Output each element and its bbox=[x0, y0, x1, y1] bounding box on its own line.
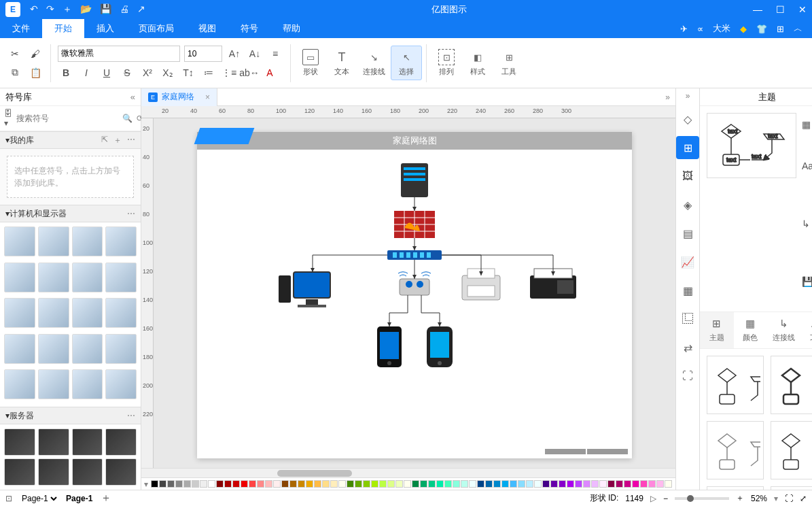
color-swatch[interactable] bbox=[591, 480, 599, 488]
fullscreen-icon[interactable]: ⤢ bbox=[800, 494, 807, 503]
color-swatch[interactable] bbox=[175, 480, 183, 488]
increase-font-icon[interactable]: A↑ bbox=[226, 46, 243, 62]
color-swatch[interactable] bbox=[420, 480, 427, 488]
color-swatch[interactable] bbox=[436, 480, 444, 488]
save-icon[interactable]: 💾 bbox=[100, 3, 111, 16]
rail-layers-icon[interactable]: ◈ bbox=[676, 193, 699, 216]
numbered-list-icon[interactable]: ≔ bbox=[200, 65, 217, 81]
color-swatch[interactable] bbox=[469, 480, 476, 488]
color-swatch[interactable] bbox=[583, 480, 590, 488]
open-icon[interactable]: 📂 bbox=[80, 3, 92, 16]
color-swatch[interactable] bbox=[232, 480, 240, 488]
canvas-page[interactable]: 家庭网络图 bbox=[197, 132, 632, 458]
shape-computer[interactable] bbox=[105, 263, 137, 292]
shape-computer[interactable] bbox=[4, 226, 35, 256]
connector-button[interactable]: ↘连接线 bbox=[357, 46, 391, 80]
color-swatch[interactable] bbox=[648, 480, 656, 488]
zoom-out-icon[interactable]: − bbox=[663, 494, 668, 503]
menu-insert[interactable]: 插入 bbox=[84, 19, 126, 38]
menu-page-layout[interactable]: 页面布局 bbox=[126, 19, 186, 38]
section-more-icon[interactable]: ⋯ bbox=[127, 411, 135, 420]
color-swatch[interactable] bbox=[387, 480, 395, 488]
page-list-icon[interactable]: ⊡ bbox=[5, 494, 12, 503]
theme-item[interactable] bbox=[771, 356, 812, 414]
computers-section-header[interactable]: ▾ 计算机和显示器 ⋯ bbox=[0, 205, 141, 222]
color-swatch[interactable] bbox=[379, 480, 387, 488]
page-selector[interactable]: Page-1 bbox=[19, 493, 59, 504]
underline-icon[interactable]: U bbox=[99, 65, 115, 81]
theme-tab-theme[interactable]: ⊞主题 bbox=[700, 312, 734, 348]
color-swatch[interactable] bbox=[461, 480, 468, 488]
color-swatch[interactable] bbox=[501, 480, 509, 488]
shape-computer[interactable] bbox=[72, 298, 103, 328]
new-icon[interactable]: ＋ bbox=[63, 3, 72, 16]
color-swatch[interactable] bbox=[534, 480, 542, 488]
shape-computer[interactable] bbox=[105, 369, 137, 399]
mylib-add-icon[interactable]: ＋ bbox=[113, 135, 122, 146]
search-icon[interactable]: 🔍 bbox=[122, 114, 133, 123]
decrease-font-icon[interactable]: A↓ bbox=[247, 46, 263, 62]
close-tab-icon[interactable]: × bbox=[205, 92, 210, 102]
arrange-button[interactable]: ⊡排列 bbox=[431, 46, 462, 80]
color-swatch[interactable] bbox=[632, 480, 639, 488]
theme-item[interactable] bbox=[707, 486, 764, 490]
mylib-section-header[interactable]: ▾ 我的库 ⇱＋⋯ bbox=[0, 131, 141, 149]
add-page-icon[interactable]: ＋ bbox=[101, 491, 111, 505]
mylib-export-icon[interactable]: ⇱ bbox=[101, 135, 108, 146]
paste-icon[interactable]: 📋 bbox=[27, 65, 43, 81]
shape-computer[interactable] bbox=[38, 334, 69, 364]
font-color-icon[interactable]: A bbox=[262, 65, 278, 81]
color-swatch[interactable] bbox=[526, 480, 533, 488]
shape-server[interactable] bbox=[105, 458, 137, 486]
shape-computer[interactable] bbox=[105, 298, 137, 328]
shape-computer[interactable] bbox=[72, 369, 103, 399]
servers-section-header[interactable]: ▾ 服务器 ⋯ bbox=[0, 407, 141, 424]
apps-grid-icon[interactable]: ⊞ bbox=[777, 24, 784, 34]
shape-computer[interactable] bbox=[105, 226, 137, 256]
color-swatch[interactable] bbox=[485, 480, 493, 488]
cut-icon[interactable]: ✂ bbox=[7, 46, 23, 62]
play-icon[interactable]: ▷ bbox=[650, 494, 656, 503]
user-name[interactable]: 大米 bbox=[713, 22, 730, 35]
color-swatch[interactable] bbox=[306, 480, 313, 488]
shape-button[interactable]: ▭形状 bbox=[295, 46, 326, 80]
palette-dropdown-icon[interactable]: ▾ bbox=[144, 479, 148, 489]
mylib-more-icon[interactable]: ⋯ bbox=[127, 135, 135, 146]
theme-tab-connector[interactable]: ↳连接线 bbox=[767, 312, 801, 348]
text-button[interactable]: T文本 bbox=[326, 46, 357, 80]
color-swatch[interactable] bbox=[656, 480, 664, 488]
undo-icon[interactable]: ↶ bbox=[30, 3, 38, 16]
section-more-icon[interactable]: ⋯ bbox=[127, 209, 135, 218]
library-picker-icon[interactable]: 🗄▾ bbox=[4, 109, 12, 128]
shape-server[interactable] bbox=[105, 428, 137, 456]
color-swatch[interactable] bbox=[575, 480, 582, 488]
color-swatch[interactable] bbox=[559, 480, 566, 488]
rail-chart-icon[interactable]: 📈 bbox=[676, 250, 699, 273]
minimize-icon[interactable]: — bbox=[753, 4, 762, 15]
page-tab[interactable]: Page-1 bbox=[66, 494, 92, 503]
superscript-icon[interactable]: X² bbox=[139, 65, 156, 81]
font-option[interactable]: Aa微软雅黑 bbox=[802, 143, 812, 189]
color-swatch[interactable] bbox=[453, 480, 460, 488]
line-spacing-icon[interactable]: T↕ bbox=[180, 65, 196, 81]
share-icon[interactable]: ∝ bbox=[697, 24, 703, 34]
subscript-icon[interactable]: X₂ bbox=[160, 65, 176, 81]
color-swatch[interactable] bbox=[371, 480, 378, 488]
theme-shirt-icon[interactable]: 👕 bbox=[756, 24, 767, 34]
theme-item[interactable] bbox=[707, 421, 764, 479]
close-icon[interactable]: ✕ bbox=[798, 4, 807, 15]
rail-table-icon[interactable]: ▦ bbox=[676, 279, 699, 302]
collapse-ribbon-icon[interactable]: ︿ bbox=[794, 22, 802, 35]
color-swatch[interactable] bbox=[224, 480, 232, 488]
font-size-combo[interactable] bbox=[184, 46, 222, 62]
rail-fill-icon[interactable]: ◇ bbox=[676, 107, 699, 131]
shape-computer[interactable] bbox=[72, 263, 103, 292]
shape-server[interactable] bbox=[72, 428, 103, 456]
format-painter-icon[interactable]: 🖌 bbox=[27, 46, 43, 62]
bold-icon[interactable]: B bbox=[58, 65, 74, 81]
shape-computer[interactable] bbox=[38, 369, 69, 399]
color-swatch[interactable] bbox=[265, 480, 272, 488]
color-swatch[interactable] bbox=[404, 480, 411, 488]
color-scheme-option[interactable]: ▦盛放 bbox=[802, 113, 812, 136]
color-swatch[interactable] bbox=[477, 480, 484, 488]
